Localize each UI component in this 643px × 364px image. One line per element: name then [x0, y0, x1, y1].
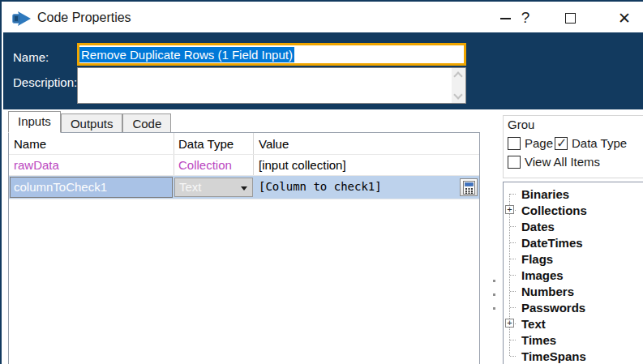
name-label: Name: — [13, 50, 49, 64]
checkbox-page-label: Page — [525, 136, 553, 150]
tree-item-flags[interactable]: Flags — [504, 251, 643, 267]
tree-item-numbers[interactable]: Numbers — [504, 283, 643, 299]
help-icon: ? — [521, 9, 530, 27]
description-scrollbar[interactable] — [452, 68, 465, 103]
checkbox-data-type[interactable]: Data Type — [555, 136, 627, 150]
checkbox-page[interactable]: Page — [508, 136, 553, 150]
scroll-up-icon[interactable] — [453, 71, 462, 80]
tree-item-passwords[interactable]: Passwords — [504, 299, 643, 315]
tab-strip: Inputs Outputs Code — [8, 111, 171, 133]
parameter-name-editbox[interactable]: columnToCheck1 — [10, 177, 173, 198]
checkbox-unchecked-icon[interactable] — [508, 137, 521, 150]
checkbox-view-all-items-label: View All Items — [525, 155, 600, 169]
title-bar: Code Properties ? ✕ — [3, 3, 643, 32]
tree-item-collections[interactable]: Collections — [504, 202, 643, 218]
panel-splitter[interactable] — [493, 280, 496, 312]
maximize-button[interactable] — [559, 3, 581, 32]
description-input[interactable] — [77, 67, 466, 104]
name-input[interactable]: Remove Duplicate Rows (1 Field Input) — [77, 43, 466, 66]
tree-item-timespans[interactable]: TimeSpans — [504, 348, 643, 364]
row-divider — [9, 199, 479, 199]
column-header-data-type[interactable]: Data Type — [178, 137, 234, 151]
inputs-table: Name Data Type Value rawData Collection … — [8, 132, 480, 364]
tree-item-binaries[interactable]: Binaries — [504, 186, 643, 202]
code-stage-icon — [12, 11, 32, 27]
table-row-value[interactable]: [input collection] — [259, 158, 346, 172]
tab-inputs[interactable]: Inputs — [8, 111, 61, 133]
checkbox-data-type-label: Data Type — [572, 136, 627, 150]
tab-code[interactable]: Code — [122, 113, 171, 133]
data-type-dropdown[interactable]: Text — [174, 178, 253, 197]
scroll-down-icon[interactable] — [453, 90, 462, 99]
tree-item-text[interactable]: Text — [504, 315, 643, 332]
data-type-dropdown-value: Text — [179, 180, 202, 194]
table-row-name[interactable]: rawData — [14, 158, 59, 172]
expression-editor-button[interactable] — [460, 178, 478, 196]
close-button[interactable]: ✕ — [613, 3, 636, 32]
tree-item-datetimes[interactable]: DateTimes — [504, 234, 643, 251]
expand-icon[interactable] — [505, 319, 514, 328]
row-divider — [9, 154, 479, 155]
window-title: Code Properties — [37, 11, 131, 25]
description-text — [79, 69, 451, 102]
minimize-button[interactable] — [495, 3, 516, 32]
tree-item-times[interactable]: Times — [504, 332, 643, 348]
checkbox-unchecked-icon[interactable] — [508, 156, 521, 169]
maximize-icon — [565, 13, 576, 24]
tree-item-images[interactable]: Images — [504, 267, 643, 283]
group-caption: Grou — [508, 118, 534, 131]
parameter-value-expression[interactable]: [Column to check1] — [259, 180, 382, 193]
help-button[interactable]: ? — [516, 3, 535, 32]
code-properties-dialog: Code Properties ? ✕ Name: Description: R… — [0, 0, 643, 364]
description-label: Description: — [13, 75, 77, 89]
data-type-tree: Binaries Collections Dates DateTimes Fla… — [503, 182, 643, 364]
close-icon: ✕ — [618, 9, 631, 28]
chevron-down-icon — [241, 186, 247, 191]
checkbox-checked-icon[interactable] — [555, 137, 568, 150]
expand-icon[interactable] — [505, 205, 514, 214]
table-row-data-type[interactable]: Collection — [178, 158, 232, 172]
checkbox-view-all-items[interactable]: View All Items — [508, 155, 600, 169]
name-input-selected-text: Remove Duplicate Rows (1 Field Input) — [79, 47, 294, 62]
column-header-name[interactable]: Name — [14, 137, 46, 151]
tree-item-dates[interactable]: Dates — [504, 218, 643, 234]
calculator-icon — [463, 181, 475, 195]
tab-outputs[interactable]: Outputs — [61, 113, 123, 133]
minimize-icon — [500, 18, 511, 19]
column-header-value[interactable]: Value — [259, 137, 289, 151]
group-options-panel: Grou Page Data Type View All Items — [503, 115, 643, 178]
